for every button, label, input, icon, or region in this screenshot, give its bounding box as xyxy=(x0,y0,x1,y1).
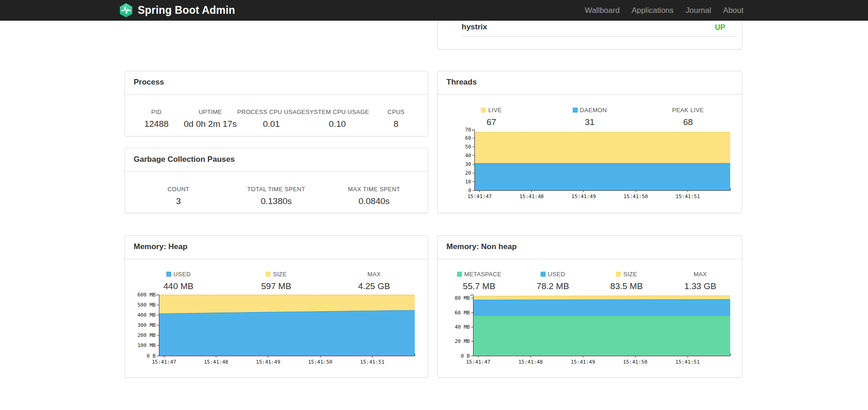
used-legend-marker xyxy=(166,272,171,277)
metric-label: MAX xyxy=(325,271,423,278)
metric-value: 440 MB xyxy=(130,281,227,291)
heap-chart: 0 B100 MB200 MB300 MB400 MB500 MB600 MB1… xyxy=(125,291,428,372)
spring-boot-admin-logo-icon xyxy=(119,3,133,18)
nav-item-about[interactable]: About xyxy=(723,6,744,15)
svg-text:40 MB: 40 MB xyxy=(455,324,470,330)
metric-pid: PID 12488 xyxy=(130,108,183,129)
svg-text:60 MB: 60 MB xyxy=(455,310,470,316)
application-name: hystrix xyxy=(462,23,487,32)
nav-item-wallboard[interactable]: Wallboard xyxy=(585,6,620,15)
metric-value: 0.0840s xyxy=(325,196,423,206)
memory-heap-panel: Memory: Heap USED 440 MB SIZE 597 MB MAX… xyxy=(124,235,428,378)
metric-value: 0.1380s xyxy=(227,196,325,206)
metric-daemon-threads: DAEMON 31 xyxy=(541,107,639,127)
metric-label: SIZE xyxy=(590,271,664,278)
metric-value: 4.25 GB xyxy=(325,281,423,291)
svg-text:15:41:50: 15:41:50 xyxy=(623,359,648,365)
svg-text:10: 10 xyxy=(465,179,471,185)
metric-value: 0.01 xyxy=(237,119,305,129)
metric-label: PID xyxy=(130,108,183,115)
metric-label: COUNT xyxy=(130,186,227,193)
nav-item-applications[interactable]: Applications xyxy=(631,6,674,15)
svg-text:40: 40 xyxy=(465,153,471,159)
metric-label: USED xyxy=(516,271,590,278)
metric-cpus: CPUS 8 xyxy=(369,108,423,129)
size-legend-marker xyxy=(265,272,271,277)
svg-text:15:41:51: 15:41:51 xyxy=(676,194,700,199)
metric-label: MAX TIME SPENT xyxy=(325,186,423,193)
metric-value: 1.33 GB xyxy=(664,281,738,291)
nonheap-legend: METASPACE 55.7 MB USED 78.2 MB SIZE 83.5… xyxy=(438,259,742,291)
svg-text:15:41:48: 15:41:48 xyxy=(204,359,228,365)
metric-gc-count: COUNT 3 xyxy=(130,186,227,206)
size-legend-marker xyxy=(616,272,621,277)
svg-text:15:41:49: 15:41:49 xyxy=(571,359,595,365)
daemon-legend-marker xyxy=(573,108,578,113)
metric-value: 78.2 MB xyxy=(516,281,590,291)
panel-title: Memory: Heap xyxy=(125,236,428,259)
svg-text:15:41:47: 15:41:47 xyxy=(468,194,492,199)
svg-text:15:41:49: 15:41:49 xyxy=(256,359,280,365)
threads-chart: 01020304050607015:41:4715:41:4815:41:491… xyxy=(438,126,743,205)
svg-text:0 B: 0 B xyxy=(461,353,470,359)
metric-value: 12488 xyxy=(130,119,183,129)
metric-value: 3 xyxy=(130,196,227,206)
svg-text:200 MB: 200 MB xyxy=(137,332,156,338)
gc-pauses-panel: Garbage Collection Pauses COUNT 3 TOTAL … xyxy=(124,148,428,213)
svg-text:50: 50 xyxy=(465,144,471,150)
svg-text:30: 30 xyxy=(465,161,471,167)
panel-title: Process xyxy=(125,71,428,95)
metric-peak-live-threads: PEAK LIVE 68 xyxy=(639,107,737,127)
used-legend-marker xyxy=(541,272,546,277)
memory-nonheap-panel: Memory: Non heap METASPACE 55.7 MB USED … xyxy=(437,235,742,378)
metric-label: PROCESS CPU USAGE xyxy=(237,108,305,115)
panel-title: Memory: Non heap xyxy=(438,236,742,259)
metric-heap-used: USED 440 MB xyxy=(130,271,227,291)
svg-text:15:41:51: 15:41:51 xyxy=(360,359,384,365)
metric-uptime: UPTIME 0d 0h 2m 17s xyxy=(183,108,237,129)
svg-text:20 MB: 20 MB xyxy=(455,338,470,344)
metric-system-cpu: SYSTEM CPU USAGE 0.10 xyxy=(305,108,369,129)
metric-label: PEAK LIVE xyxy=(639,107,737,114)
svg-text:15:41:49: 15:41:49 xyxy=(571,194,596,199)
svg-text:500 MB: 500 MB xyxy=(137,302,156,308)
metric-value: 55.7 MB xyxy=(442,281,516,291)
svg-text:15:41:50: 15:41:50 xyxy=(624,194,648,199)
metric-label: METASPACE xyxy=(442,271,516,278)
metric-heap-size: SIZE 597 MB xyxy=(227,271,325,291)
svg-text:60: 60 xyxy=(465,135,471,141)
heap-legend: USED 440 MB SIZE 597 MB MAX 4.25 GB xyxy=(125,259,428,291)
nav-item-journal[interactable]: Journal xyxy=(686,6,711,15)
metric-gc-max-time: MAX TIME SPENT 0.0840s xyxy=(325,186,423,206)
svg-text:15:41:48: 15:41:48 xyxy=(519,359,543,365)
navbar: Spring Boot Admin Wallboard Applications… xyxy=(0,0,868,21)
metric-nonheap-size: SIZE 83.5 MB xyxy=(590,271,664,291)
metric-nonheap-used: USED 78.2 MB xyxy=(516,271,590,291)
live-legend-marker xyxy=(481,108,486,113)
nav-items: Wallboard Applications Journal About xyxy=(585,0,744,21)
metric-value: 0.10 xyxy=(305,119,369,129)
gc-metrics: COUNT 3 TOTAL TIME SPENT 0.1380s MAX TIM… xyxy=(125,172,428,206)
process-metrics: PID 12488 UPTIME 0d 0h 2m 17s PROCESS CP… xyxy=(125,95,428,129)
metric-label: LIVE xyxy=(442,107,541,114)
panel-title: Garbage Collection Pauses xyxy=(125,148,428,172)
svg-text:15:41:47: 15:41:47 xyxy=(152,359,176,365)
metric-live-threads: LIVE 67 xyxy=(442,107,541,127)
metric-value: 83.5 MB xyxy=(590,281,664,291)
metric-label: USED xyxy=(130,271,227,278)
svg-text:15:41:51: 15:41:51 xyxy=(676,359,700,365)
brand[interactable]: Spring Boot Admin xyxy=(119,0,235,21)
metric-value: 8 xyxy=(369,119,423,129)
metaspace-legend-marker xyxy=(457,272,462,277)
metric-gc-total-time: TOTAL TIME SPENT 0.1380s xyxy=(227,186,325,206)
threads-legend: LIVE 67 DAEMON 31 PEAK LIVE 68 xyxy=(438,95,742,127)
svg-text:70: 70 xyxy=(465,127,471,133)
svg-text:400 MB: 400 MB xyxy=(137,312,156,318)
metric-heap-max: MAX 4.25 GB xyxy=(325,271,423,291)
panel-title: Threads xyxy=(438,71,742,95)
metric-value: 0d 0h 2m 17s xyxy=(183,119,237,129)
svg-text:0: 0 xyxy=(468,188,471,194)
metric-label: UPTIME xyxy=(183,108,237,115)
metric-label: TOTAL TIME SPENT xyxy=(227,186,325,193)
svg-text:20: 20 xyxy=(465,170,471,176)
